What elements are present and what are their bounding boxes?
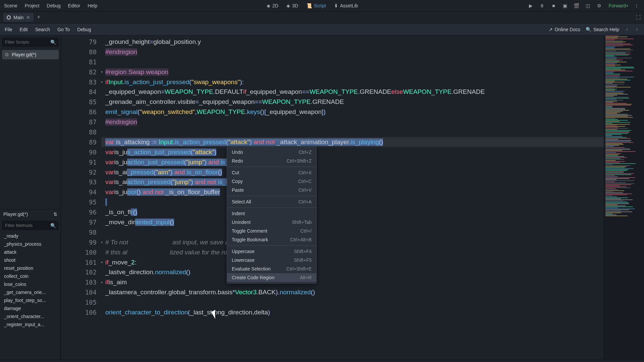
context-cut[interactable]: CutCtrl+X <box>227 168 316 177</box>
search-help-button[interactable]: 🔍 Search Help <box>586 27 619 32</box>
script-menu-file[interactable]: File <box>5 27 12 32</box>
code-line[interactable]: # To not ast input, we save a last stron… <box>101 237 604 247</box>
search-icon[interactable]: 🔍 <box>50 40 56 45</box>
context-redo[interactable]: RedoCtrl+Shift+Z <box>227 157 316 165</box>
code-line[interactable]: _ground_height = global_position.y <box>101 37 604 47</box>
context-paste[interactable]: PasteCtrl+V <box>227 186 316 194</box>
method-item[interactable]: _ready <box>0 232 60 240</box>
code-line[interactable] <box>101 127 604 137</box>
close-tab-icon[interactable]: ✕ <box>26 15 30 20</box>
search-icon[interactable]: 🔍 <box>50 223 56 228</box>
context-select-all[interactable]: Select AllCtrl+A <box>227 197 316 206</box>
view-2d[interactable]: ◈ 2D <box>267 3 278 8</box>
render-icon[interactable]: ⚙ <box>596 2 602 9</box>
remote-icon[interactable]: ▣ <box>561 2 568 9</box>
code-line[interactable]: var is_ai action_pressed("jump") and not… <box>101 177 604 187</box>
menu-editor[interactable]: Editor <box>68 3 80 8</box>
add-tab-button[interactable]: + <box>37 14 41 21</box>
method-item[interactable]: _get_camera_orie... <box>0 288 60 296</box>
view-assetlib[interactable]: ⬇ AssetLib <box>334 3 358 8</box>
code-line[interactable]: # this al lized value for the rotation b… <box>101 247 604 257</box>
play-icon[interactable]: ▶ <box>527 2 534 9</box>
script-list-item[interactable]: ⚙ Player.gd(*) <box>2 50 59 59</box>
method-item[interactable]: _orient_character... <box>0 312 60 320</box>
method-item[interactable]: damage <box>0 304 60 312</box>
context-copy[interactable]: CopyCtrl+C <box>227 177 316 186</box>
method-item[interactable]: shoot <box>0 256 60 264</box>
view-3d[interactable]: ◈ 3D <box>286 3 298 8</box>
context-shortcut: Ctrl+Shift+E <box>286 266 312 272</box>
method-item[interactable]: play_foot_step_so... <box>0 296 60 304</box>
code-line[interactable]: var is_attacking := Input.is_action_pres… <box>101 137 604 147</box>
code-line[interactable]: var is_ju oor() and not _is_on_floor_buf… <box>101 187 604 197</box>
pause-icon[interactable]: ⏸ <box>539 2 545 9</box>
context-label: Toggle Comment <box>232 228 267 234</box>
code-line[interactable]: orient_character_to_direction(_last_stro… <box>101 307 604 317</box>
method-item[interactable]: _register_input_a... <box>0 320 60 328</box>
context-unindent[interactable]: UnindentShift+Tab <box>227 218 316 227</box>
code-line[interactable]: if Input.is_action_just_pressed("swap_we… <box>101 77 604 87</box>
context-toggle-comment[interactable]: Toggle CommentCtrl+/ <box>227 227 316 235</box>
context-toggle-bookmark[interactable]: Toggle BookmarkCtrl+Alt+B <box>227 235 316 244</box>
code-line[interactable]: emit_signal("weapon_switched", WEAPON_TY… <box>101 107 604 117</box>
menu-scene[interactable]: Scene <box>4 3 17 8</box>
method-item[interactable]: attack <box>0 248 60 256</box>
expand-icon[interactable]: ⛶ <box>636 15 641 20</box>
stop-icon[interactable]: ■ <box>550 2 557 9</box>
method-item[interactable]: collect_coin <box>0 272 60 280</box>
code-line[interactable]: var is_ai _pressed("aim") and is_on_floo… <box>101 167 604 177</box>
online-docs-button[interactable]: ↗ Online Docs <box>549 27 580 32</box>
scene-tab-main[interactable]: Main ✕ <box>3 13 34 22</box>
code-line[interactable]: var is_ju s_action_just_pressed("attack"… <box>101 147 604 157</box>
menu-debug[interactable]: Debug <box>47 3 60 8</box>
script-menu-go-to[interactable]: Go To <box>57 27 70 32</box>
method-item[interactable]: lose_coins <box>0 280 60 288</box>
script-menu-edit[interactable]: Edit <box>20 27 28 32</box>
script-menu-search[interactable]: Search <box>35 27 50 32</box>
view-script[interactable]: 📜 Script <box>306 3 326 8</box>
context-uppercase[interactable]: UppercaseShift+F4 <box>227 247 316 256</box>
minimap[interactable] <box>604 36 644 359</box>
render-mode[interactable]: Forward+ <box>608 3 629 8</box>
context-shortcut: Ctrl+V <box>299 187 312 193</box>
code-editor[interactable]: 79808182▾83▾8485868788899091929394959697… <box>61 36 644 359</box>
context-create-code-region[interactable]: Create Code RegionAlt+R <box>227 273 316 282</box>
vert-dots-icon[interactable]: ⋮ <box>633 2 640 9</box>
menu-project[interactable]: Project <box>25 3 40 8</box>
menu-help[interactable]: Help <box>88 3 97 8</box>
context-shortcut: Ctrl+Shift+Z <box>286 158 312 164</box>
code-body[interactable]: _ground_height = global_position.y#endre… <box>101 36 604 359</box>
context-undo[interactable]: UndoCtrl+Z <box>227 148 316 157</box>
code-line[interactable]: _grenade_aim_controller.visible = _equip… <box>101 97 604 107</box>
code-line[interactable]: #endregion <box>101 47 604 57</box>
context-lowercase[interactable]: LowercaseShift+F5 <box>227 256 316 264</box>
movie-icon[interactable]: 🎬 <box>573 2 580 9</box>
method-item[interactable]: reset_position <box>0 264 60 272</box>
method-item[interactable]: _physics_process <box>0 240 60 248</box>
code-line[interactable]: _last ve_direction.normalized() <box>101 267 604 277</box>
code-line[interactable]: _equipped_weapon = WEAPON_TYPE.DEFAULT i… <box>101 87 604 97</box>
context-evaluate-selection[interactable]: Evaluate SelectionCtrl+Shift+E <box>227 264 316 273</box>
code-line[interactable]: _is_on_fl r() <box>101 207 604 217</box>
code-line[interactable]: _last amera_controller.global_transform.… <box>101 287 604 297</box>
method-list[interactable]: _ready_physics_processattackshootreset_p… <box>0 232 61 359</box>
context-indent[interactable]: Indent <box>227 209 316 218</box>
script-label-row: Player.gd(*) ⇅ <box>0 209 61 219</box>
script-menu-debug[interactable]: Debug <box>77 27 91 32</box>
nav-fwd-icon[interactable]: › <box>635 26 639 33</box>
code-line[interactable]: var is_ju action_just_pressed("jump") an… <box>101 157 604 167</box>
nav-back-icon[interactable]: ‹ <box>625 26 629 33</box>
code-line[interactable] <box>101 227 604 237</box>
code-line[interactable] <box>101 57 604 67</box>
search-icon: 🔍 <box>586 27 591 32</box>
code-line[interactable]: _move_dir iented_input() <box>101 217 604 227</box>
code-line[interactable]: if _move_ 2: <box>101 257 604 267</box>
code-line[interactable]: #region Swap weapon <box>101 67 604 77</box>
code-line[interactable]: #endregion <box>101 117 604 127</box>
play-scene-icon[interactable]: ◫ <box>584 2 591 9</box>
script-menus: FileEditSearchGo ToDebug <box>5 27 91 32</box>
code-line[interactable] <box>101 197 604 207</box>
code-line[interactable]: if is_aim <box>101 277 604 287</box>
sort-icon[interactable]: ⇅ <box>53 212 57 217</box>
code-line[interactable] <box>101 297 604 307</box>
